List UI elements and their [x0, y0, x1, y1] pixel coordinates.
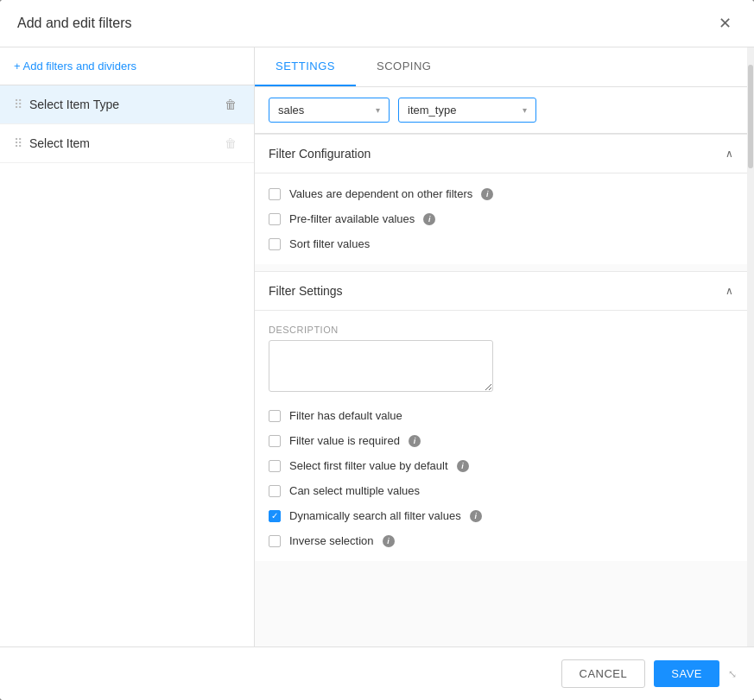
modal-overlay: Add and edit filters ✕ + Add filters and…: [0, 0, 754, 700]
checkbox-label: Pre-filter available values: [289, 212, 415, 225]
checkbox-dependent-values[interactable]: [269, 188, 281, 200]
checkbox-value-required[interactable]: [269, 435, 281, 447]
filter-configuration-title: Filter Configuration: [269, 147, 371, 161]
checkbox-row-required: Filter value is required i: [269, 434, 733, 447]
modal-title: Add and edit filters: [17, 16, 132, 31]
checkbox-label: Can select multiple values: [289, 484, 420, 497]
drag-handle-icon: ⠿: [14, 98, 22, 111]
scrollbar-track: [747, 47, 754, 646]
info-icon[interactable]: i: [383, 535, 395, 547]
info-icon[interactable]: i: [470, 510, 482, 522]
checkbox-label: Dynamically search all filter values: [289, 509, 461, 522]
checkbox-multiple-values[interactable]: [269, 485, 281, 497]
close-button[interactable]: ✕: [713, 14, 737, 33]
resize-icon: ⤡: [728, 668, 737, 680]
sidebar-item-select-item[interactable]: ⠿ Select Item 🗑: [0, 124, 254, 163]
checkbox-label: Sort filter values: [289, 237, 370, 250]
checkbox-label: Filter value is required: [289, 434, 400, 447]
tabs-container: SETTINGS SCOPING: [255, 47, 747, 87]
sidebar-item-label: Select Item: [29, 136, 221, 150]
checkbox-has-default[interactable]: [269, 410, 281, 422]
sidebar: + Add filters and dividers ⠿ Select Item…: [0, 47, 255, 646]
checkbox-row-prefilter: Pre-filter available values i: [269, 212, 733, 225]
checkbox-inverse-selection[interactable]: [269, 535, 281, 547]
checkbox-row-dynamic: Dynamically search all filter values i: [269, 509, 733, 522]
description-label: DESCRIPTION: [269, 325, 733, 335]
checkbox-row-default: Filter has default value: [269, 409, 733, 422]
collapse-icon: ∧: [725, 285, 733, 297]
checkbox-row-multiple: Can select multiple values: [269, 484, 733, 497]
sales-dropdown-value: sales: [278, 104, 304, 117]
item-type-dropdown-value: item_type: [408, 104, 456, 117]
checkbox-first-value[interactable]: [269, 460, 281, 472]
main-content: SETTINGS SCOPING sales ▾ item_type ▾: [255, 47, 747, 646]
sidebar-item-label: Select Item Type: [29, 98, 221, 111]
filter-configuration-body: Values are dependent on other filters i …: [255, 173, 747, 264]
filter-settings-section: Filter Settings ∧ DESCRIPTION Filter has…: [255, 271, 747, 561]
checkbox-dynamic-search[interactable]: [269, 510, 281, 522]
chevron-down-icon: ▾: [523, 105, 527, 115]
checkbox-label: Filter has default value: [289, 409, 402, 422]
content-area: Filter Configuration ∧ Values are depend…: [255, 134, 747, 646]
info-icon[interactable]: i: [409, 435, 421, 447]
filter-settings-header[interactable]: Filter Settings ∧: [255, 272, 747, 311]
checkbox-pre-filter[interactable]: [269, 213, 281, 225]
checkbox-label: Values are dependent on other filters: [289, 187, 472, 200]
modal: Add and edit filters ✕ + Add filters and…: [0, 0, 754, 700]
modal-footer: CANCEL SAVE ⤡: [0, 646, 754, 700]
filter-configuration-header[interactable]: Filter Configuration ∧: [255, 135, 747, 173]
tab-dropdowns: sales ▾ item_type ▾: [255, 87, 747, 134]
filter-configuration-section: Filter Configuration ∧ Values are depend…: [255, 134, 747, 264]
sales-dropdown[interactable]: sales ▾: [269, 98, 390, 123]
tab-settings[interactable]: SETTINGS: [255, 47, 356, 86]
delete-item-button[interactable]: 🗑: [221, 135, 240, 152]
checkbox-label: Select first filter value by default: [289, 459, 448, 472]
tab-scoping[interactable]: SCOPING: [356, 47, 452, 86]
save-button[interactable]: SAVE: [654, 660, 719, 687]
checkbox-row-sort: Sort filter values: [269, 237, 733, 250]
filter-settings-title: Filter Settings: [269, 284, 343, 298]
sidebar-item-select-item-type[interactable]: ⠿ Select Item Type 🗑: [0, 85, 254, 124]
info-icon[interactable]: i: [423, 213, 435, 225]
delete-item-button[interactable]: 🗑: [221, 96, 240, 113]
collapse-icon: ∧: [725, 148, 733, 160]
checkbox-label: Inverse selection: [289, 534, 374, 547]
modal-header: Add and edit filters ✕: [0, 0, 754, 47]
checkbox-sort-values[interactable]: [269, 238, 281, 250]
checkbox-row-first-value: Select first filter value by default i: [269, 459, 733, 472]
scrollbar-thumb[interactable]: [748, 65, 753, 168]
drag-handle-icon: ⠿: [14, 136, 22, 150]
add-filters-button[interactable]: + Add filters and dividers: [0, 47, 254, 85]
description-textarea[interactable]: [269, 340, 493, 392]
cancel-button[interactable]: CANCEL: [561, 659, 646, 688]
info-icon[interactable]: i: [481, 188, 493, 200]
info-icon[interactable]: i: [457, 460, 469, 472]
checkbox-row-dependent: Values are dependent on other filters i: [269, 187, 733, 200]
modal-body: + Add filters and dividers ⠿ Select Item…: [0, 47, 754, 646]
checkbox-row-inverse: Inverse selection i: [269, 534, 733, 547]
chevron-down-icon: ▾: [376, 105, 380, 115]
filter-settings-body: DESCRIPTION Filter has default value Fil…: [255, 311, 747, 561]
item-type-dropdown[interactable]: item_type ▾: [398, 98, 536, 123]
